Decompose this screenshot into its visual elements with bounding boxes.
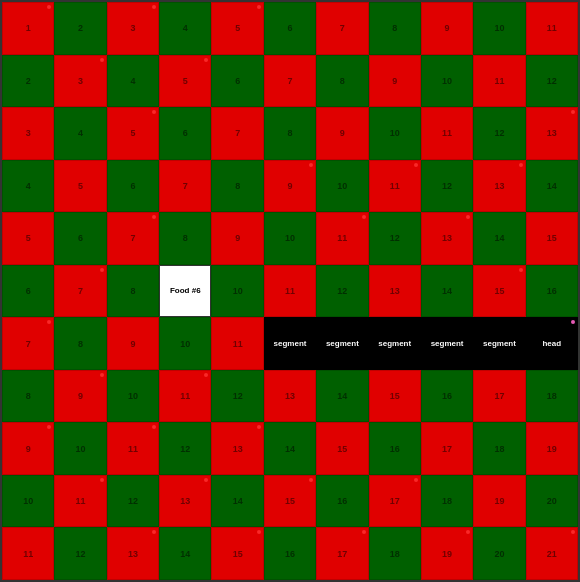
grid-cell: 17 <box>421 422 473 475</box>
snake-head: head <box>526 317 578 370</box>
grid-cell: 18 <box>473 422 525 475</box>
grid-cell: 11 <box>526 2 578 55</box>
grid-cell: 6 <box>107 160 159 213</box>
grid-cell: 2 <box>2 55 54 108</box>
grid-cell: 6 <box>54 212 106 265</box>
grid-cell: 15 <box>473 265 525 318</box>
grid-cell: 20 <box>473 527 525 580</box>
grid-cell: 15 <box>316 422 368 475</box>
grid-cell: 11 <box>211 317 263 370</box>
grid-cell: 19 <box>421 527 473 580</box>
grid-cell: 17 <box>316 527 368 580</box>
grid-cell: 18 <box>526 370 578 423</box>
grid-cell: 8 <box>316 55 368 108</box>
grid-cell: 8 <box>159 212 211 265</box>
grid-cell: 9 <box>421 2 473 55</box>
grid-cell: 16 <box>526 265 578 318</box>
grid-cell: 11 <box>316 212 368 265</box>
grid-cell: 3 <box>54 55 106 108</box>
grid-cell: 8 <box>211 160 263 213</box>
grid-cell: 12 <box>369 212 421 265</box>
grid-cell: 5 <box>107 107 159 160</box>
snake-segment: segment <box>473 317 525 370</box>
grid-cell: 9 <box>107 317 159 370</box>
grid-cell: 5 <box>211 2 263 55</box>
grid-cell: 15 <box>369 370 421 423</box>
game-board: 1234567891011234567891011123456789101112… <box>0 0 580 582</box>
snake-segment: segment <box>421 317 473 370</box>
grid-cell: 10 <box>316 160 368 213</box>
grid-cell: 15 <box>211 527 263 580</box>
grid-cell: 13 <box>421 212 473 265</box>
grid-cell: 10 <box>264 212 316 265</box>
grid-cell: 3 <box>2 107 54 160</box>
grid-cell: 10 <box>159 317 211 370</box>
grid-cell: 11 <box>421 107 473 160</box>
grid-cell: 4 <box>54 107 106 160</box>
grid-cell: 13 <box>107 527 159 580</box>
grid-cell: 19 <box>526 422 578 475</box>
grid-cell: 8 <box>107 265 159 318</box>
grid-cell: 15 <box>526 212 578 265</box>
grid-cell: 16 <box>316 475 368 528</box>
grid-cell: 11 <box>54 475 106 528</box>
grid-cell: 7 <box>54 265 106 318</box>
grid-cell: 13 <box>159 475 211 528</box>
grid-cell: 12 <box>316 265 368 318</box>
grid-cell: 14 <box>264 422 316 475</box>
grid-cell: 7 <box>264 55 316 108</box>
grid-cell: 12 <box>54 527 106 580</box>
grid-cell: 8 <box>369 2 421 55</box>
grid-cell: 17 <box>369 475 421 528</box>
grid-cell: 18 <box>421 475 473 528</box>
grid-cell: 10 <box>2 475 54 528</box>
snake-segment: segment <box>316 317 368 370</box>
grid-cell: 13 <box>369 265 421 318</box>
grid-cell: 6 <box>159 107 211 160</box>
grid-cell: 11 <box>369 160 421 213</box>
grid-cell: 8 <box>54 317 106 370</box>
grid-cell: 11 <box>264 265 316 318</box>
grid-cell: 9 <box>211 212 263 265</box>
grid-cell: 10 <box>421 55 473 108</box>
grid-cell: 3 <box>107 2 159 55</box>
grid-cell: 20 <box>526 475 578 528</box>
grid-cell: 7 <box>211 107 263 160</box>
grid-cell: 1 <box>2 2 54 55</box>
grid-cell: 9 <box>316 107 368 160</box>
snake-segment: segment <box>264 317 316 370</box>
grid-cell: 15 <box>264 475 316 528</box>
grid-cell: 9 <box>369 55 421 108</box>
grid-cell: 11 <box>107 422 159 475</box>
grid-cell: 12 <box>159 422 211 475</box>
grid-cell: 12 <box>473 107 525 160</box>
grid-cell: 9 <box>2 422 54 475</box>
grid-cell: 4 <box>2 160 54 213</box>
food-item: Food #6 <box>159 265 211 318</box>
grid-cell: 7 <box>2 317 54 370</box>
grid: 1234567891011234567891011123456789101112… <box>0 0 580 582</box>
grid-cell: 13 <box>473 160 525 213</box>
grid-cell: 12 <box>421 160 473 213</box>
grid-cell: 13 <box>264 370 316 423</box>
grid-cell: 14 <box>316 370 368 423</box>
grid-cell: 16 <box>369 422 421 475</box>
grid-cell: 14 <box>473 212 525 265</box>
grid-cell: 4 <box>159 2 211 55</box>
grid-cell: 4 <box>107 55 159 108</box>
grid-cell: 8 <box>2 370 54 423</box>
grid-cell: 6 <box>2 265 54 318</box>
grid-cell: 18 <box>369 527 421 580</box>
grid-cell: 14 <box>211 475 263 528</box>
grid-cell: 6 <box>264 2 316 55</box>
grid-cell: 16 <box>264 527 316 580</box>
grid-cell: 5 <box>159 55 211 108</box>
grid-cell: 14 <box>159 527 211 580</box>
snake-segment: segment <box>369 317 421 370</box>
grid-cell: 17 <box>473 370 525 423</box>
grid-cell: 11 <box>2 527 54 580</box>
grid-cell: 13 <box>526 107 578 160</box>
grid-cell: 7 <box>316 2 368 55</box>
grid-cell: 13 <box>211 422 263 475</box>
grid-cell: 10 <box>107 370 159 423</box>
